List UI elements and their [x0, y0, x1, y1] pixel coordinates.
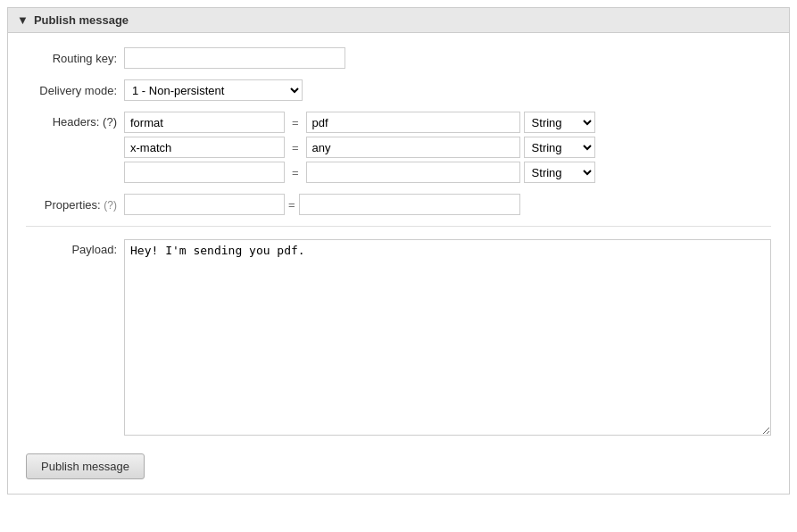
routing-key-label: Routing key: [26, 52, 124, 65]
routing-key-row: Routing key: [26, 47, 771, 69]
delivery-mode-row: Delivery mode: 1 - Non-persistent 2 - Pe… [26, 79, 771, 101]
header-type-2[interactable]: String Number Boolean [524, 137, 595, 158]
header-val-2[interactable] [306, 137, 520, 158]
panel-body: Routing key: Delivery mode: 1 - Non-pers… [8, 33, 789, 494]
publish-message-panel: ▼ Publish message Routing key: Delivery … [7, 7, 790, 495]
header-key-2[interactable] [124, 137, 285, 158]
header-eq-3: = [288, 166, 303, 179]
headers-label-container: Headers: (?) [26, 112, 124, 129]
header-key-3[interactable] [124, 162, 285, 183]
header-type-3[interactable]: String Number Boolean [524, 162, 595, 183]
panel-title: Publish message [34, 13, 129, 27]
payload-label: Payload: [26, 239, 124, 256]
header-type-1[interactable]: String Number Boolean [524, 112, 595, 133]
property-val-input[interactable] [299, 194, 520, 215]
header-row-3: = String Number Boolean [124, 162, 595, 183]
header-eq-1: = [288, 116, 303, 129]
routing-key-input[interactable] [124, 47, 345, 69]
delivery-mode-label: Delivery mode: [26, 84, 124, 97]
header-row-2: = String Number Boolean [124, 137, 595, 158]
properties-label: Properties: [45, 198, 101, 212]
headers-label: Headers: [53, 115, 100, 129]
payload-textarea[interactable]: Hey! I'm sending you pdf. [124, 239, 771, 436]
header-val-1[interactable] [306, 112, 520, 133]
delivery-mode-select[interactable]: 1 - Non-persistent 2 - Persistent [124, 79, 303, 101]
panel-header: ▼ Publish message [8, 8, 789, 33]
payload-section: Payload: Hey! I'm sending you pdf. [26, 226, 771, 436]
header-row-1: = String Number Boolean [124, 112, 595, 133]
property-key-input[interactable] [124, 194, 285, 215]
headers-help[interactable]: (?) [103, 115, 117, 129]
headers-section: Headers: (?) = String Number Boolean [26, 112, 771, 183]
properties-section: Properties: (?) = [26, 194, 771, 215]
headers-rows: = String Number Boolean = String Numb [124, 112, 595, 183]
chevron-icon: ▼ [17, 13, 29, 27]
header-eq-2: = [288, 141, 303, 154]
publish-message-button[interactable]: Publish message [26, 453, 145, 479]
header-val-3[interactable] [306, 162, 520, 183]
properties-label-container: Properties: (?) [26, 198, 124, 212]
properties-help[interactable]: (?) [104, 199, 117, 212]
header-key-1[interactable] [124, 112, 285, 133]
property-eq: = [285, 198, 299, 212]
